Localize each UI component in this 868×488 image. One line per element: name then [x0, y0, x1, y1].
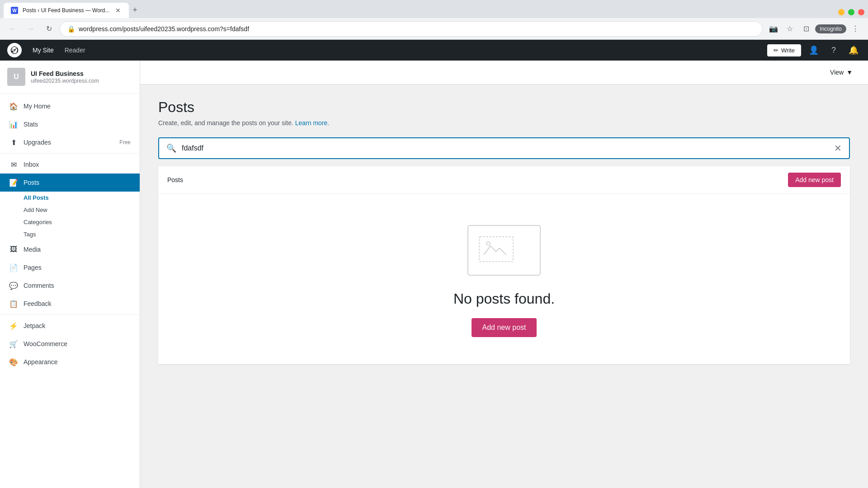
appearance-icon: 🎨	[9, 357, 18, 366]
content-header: View ▼	[140, 61, 868, 84]
feedback-icon: 📋	[9, 299, 18, 308]
wp-main: U UI Feed Business uifeed20235.wordpress…	[0, 61, 868, 488]
add-new-post-button[interactable]: Add new post	[788, 173, 841, 187]
sidebar-item-jetpack[interactable]: ⚡ Jetpack	[0, 317, 140, 335]
woocommerce-label: WooCommerce	[24, 340, 67, 347]
sidebar: U UI Feed Business uifeed20235.wordpress…	[0, 61, 140, 488]
browser-tab[interactable]: W Posts ‹ UI Feed Business — Word... ✕	[4, 3, 129, 18]
site-info: UI Feed Business uifeed20235.wordpress.c…	[31, 70, 132, 84]
view-button[interactable]: View ▼	[826, 66, 857, 79]
posts-section-title: Posts	[167, 176, 183, 183]
topbar-right: ✏ Write 👤 ? 🔔	[767, 43, 861, 57]
sidebar-item-feedback[interactable]: 📋 Feedback	[0, 295, 140, 313]
pages-label: Pages	[24, 264, 42, 271]
back-button[interactable]: ←	[5, 22, 20, 36]
my-site-nav[interactable]: My Site	[33, 47, 54, 54]
reader-label: Reader	[65, 47, 85, 54]
close-window-button[interactable]	[858, 9, 864, 15]
home-icon: 🏠	[9, 102, 18, 111]
wp-topbar: My Site Reader ✏ Write 👤 ? 🔔	[0, 40, 868, 61]
pencil-icon: ✏	[774, 47, 778, 54]
site-name: UI Feed Business	[31, 70, 132, 78]
close-tab-button[interactable]: ✕	[114, 6, 122, 15]
my-site-label: My Site	[33, 47, 54, 54]
learn-more-link[interactable]: Learn more.	[295, 119, 329, 127]
help-icon[interactable]: ?	[826, 43, 841, 57]
sidebar-item-stats[interactable]: 📊 Stats	[0, 115, 140, 133]
no-posts-illustration	[463, 221, 545, 280]
empty-illustration	[463, 221, 545, 280]
no-posts-text: No posts found.	[453, 291, 555, 307]
camera-off-icon[interactable]: 📷	[766, 22, 781, 36]
lock-icon: 🔒	[67, 25, 75, 33]
page-description: Create, edit, and manage the posts on yo…	[158, 119, 850, 127]
address-bar[interactable]: 🔒 wordpress.com/posts/uifeed20235.wordpr…	[60, 21, 763, 37]
posts-icon: 📝	[9, 178, 18, 187]
upgrades-badge: Free	[119, 139, 131, 145]
profile-icon[interactable]: 👤	[807, 43, 821, 57]
tab-favicon: W	[11, 7, 18, 14]
bookmark-icon[interactable]: ☆	[783, 22, 797, 36]
svg-rect-1	[479, 237, 513, 262]
sidebar-subitem-add-new[interactable]: Add New	[0, 204, 140, 216]
posts-section: Posts Add new post	[158, 166, 850, 364]
sidebar-subitem-all-posts[interactable]: All Posts	[0, 192, 140, 204]
jetpack-icon: ⚡	[9, 321, 18, 330]
write-button[interactable]: ✏ Write	[767, 44, 801, 56]
sidebar-item-woocommerce[interactable]: 🛒 WooCommerce	[0, 335, 140, 353]
wp-logo-svg	[10, 46, 19, 55]
sidebar-item-appearance[interactable]: 🎨 Appearance	[0, 353, 140, 371]
inbox-icon: ✉	[9, 160, 18, 169]
sidebar-item-media[interactable]: 🖼 Media	[0, 240, 140, 258]
media-icon: 🖼	[9, 245, 18, 254]
browser-toolbar: ← → ↻ 🔒 wordpress.com/posts/uifeed20235.…	[0, 18, 868, 40]
my-home-label: My Home	[24, 103, 51, 110]
incognito-badge[interactable]: Incognito	[815, 24, 846, 33]
jetpack-label: Jetpack	[24, 322, 45, 329]
add-new-post-center-button[interactable]: Add new post	[472, 318, 537, 337]
notifications-icon[interactable]: 🔔	[846, 43, 861, 57]
stats-icon: 📊	[9, 120, 18, 129]
sidebar-item-comments[interactable]: 💬 Comments	[0, 277, 140, 295]
posts-section-header: Posts Add new post	[158, 166, 850, 194]
stats-label: Stats	[24, 121, 38, 128]
forward-button[interactable]: →	[24, 22, 38, 36]
toolbar-actions: 📷 ☆ ⊡ Incognito ⋮	[766, 22, 863, 36]
sidebar-item-upgrades[interactable]: ⬆ Upgrades Free	[0, 133, 140, 151]
sidebar-subitem-tags[interactable]: Tags	[0, 228, 140, 240]
inbox-label: Inbox	[24, 161, 39, 168]
sidebar-header: U UI Feed Business uifeed20235.wordpress…	[0, 61, 140, 94]
view-label: View	[830, 69, 844, 76]
site-avatar: U	[7, 68, 25, 86]
new-tab-button[interactable]: +	[129, 4, 142, 16]
content-area: View ▼ Posts Create, edit, and manage th…	[140, 61, 868, 488]
more-options-icon[interactable]: ⋮	[848, 22, 863, 36]
search-input[interactable]	[182, 144, 829, 152]
reader-nav[interactable]: Reader	[65, 47, 85, 54]
sidebar-item-my-home[interactable]: 🏠 My Home	[0, 97, 140, 115]
wordpress-logo	[7, 43, 22, 57]
appearance-label: Appearance	[24, 358, 58, 366]
pages-icon: 📄	[9, 263, 18, 272]
reload-button[interactable]: ↻	[42, 22, 56, 36]
sidebar-item-posts[interactable]: 📝 Posts	[0, 174, 140, 192]
chevron-down-icon: ▼	[846, 69, 853, 76]
media-label: Media	[24, 246, 41, 253]
posts-label: Posts	[24, 179, 39, 186]
clear-search-icon[interactable]: ✕	[834, 143, 842, 154]
url-text: wordpress.com/posts/uifeed20235.wordpres…	[79, 25, 755, 33]
split-screen-icon[interactable]: ⊡	[799, 22, 813, 36]
svg-rect-0	[468, 225, 540, 275]
sidebar-divider-2	[0, 314, 140, 315]
comments-label: Comments	[24, 282, 54, 289]
sidebar-subitem-categories[interactable]: Categories	[0, 216, 140, 228]
comments-icon: 💬	[9, 281, 18, 290]
minimize-button[interactable]	[838, 9, 844, 15]
woocommerce-icon: 🛒	[9, 339, 18, 348]
maximize-button[interactable]	[848, 9, 854, 15]
sidebar-item-inbox[interactable]: ✉ Inbox	[0, 155, 140, 174]
feedback-label: Feedback	[24, 300, 51, 307]
sidebar-item-pages[interactable]: 📄 Pages	[0, 258, 140, 277]
search-icon: 🔍	[166, 143, 176, 153]
upgrades-label: Upgrades	[24, 139, 51, 146]
